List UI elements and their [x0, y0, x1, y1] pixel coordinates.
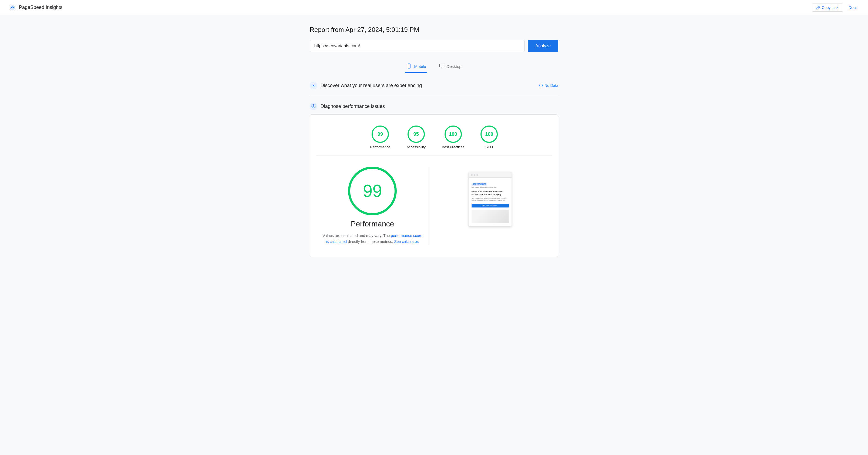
- tab-mobile-label: Mobile: [414, 64, 426, 69]
- performance-circle: 99: [372, 125, 389, 143]
- analyze-button[interactable]: Analyze: [528, 40, 558, 52]
- see-calculator-link[interactable]: See calculator.: [394, 239, 419, 244]
- big-performance-circle: 99: [348, 167, 397, 215]
- seo-circle: 100: [480, 125, 498, 143]
- screenshot-cta: Sign Up for Early Access →: [471, 204, 509, 207]
- svg-point-1: [13, 6, 14, 7]
- screenshot-brand: SEOVARIANTS: [471, 182, 487, 186]
- screenshot-image: [471, 210, 509, 223]
- performance-value: 99: [377, 132, 383, 137]
- desc-prefix: Values are estimated and may vary. The: [322, 233, 390, 238]
- info-icon: [539, 84, 543, 87]
- dot1: [471, 174, 473, 176]
- url-input[interactable]: [310, 40, 525, 52]
- desktop-icon: [439, 63, 444, 69]
- seo-label: SEO: [485, 145, 493, 149]
- best-practices-circle: 100: [444, 125, 462, 143]
- dot2: [474, 174, 475, 176]
- performance-label: Performance: [370, 145, 390, 149]
- svg-point-7: [313, 84, 314, 85]
- big-performance-desc: Values are estimated and may vary. The p…: [322, 233, 423, 245]
- mini-score-best-practices[interactable]: 100 Best Practices: [442, 125, 464, 149]
- big-performance-value: 99: [363, 181, 382, 201]
- mini-score-accessibility[interactable]: 95 Accessibility: [406, 125, 426, 149]
- screenshot-badge: New — Early Access Program Now Open: [471, 187, 509, 188]
- dot3: [476, 174, 478, 176]
- accessibility-circle: 95: [407, 125, 425, 143]
- mini-score-seo[interactable]: 100 SEO: [480, 125, 498, 149]
- header-actions: Copy Link Docs: [812, 3, 859, 11]
- link-icon: [816, 6, 820, 9]
- tab-mobile[interactable]: Mobile: [405, 61, 427, 73]
- docs-button[interactable]: Docs: [846, 4, 859, 11]
- copy-link-button[interactable]: Copy Link: [812, 3, 843, 11]
- mobile-icon: [406, 63, 412, 69]
- desc-middle: directly from these metrics.: [348, 239, 394, 244]
- copy-link-label: Copy Link: [822, 5, 839, 10]
- big-performance-title: Performance: [351, 220, 394, 228]
- tab-desktop-label: Desktop: [447, 64, 462, 69]
- no-data-indicator: No Data: [539, 83, 558, 88]
- main-content: Report from Apr 27, 2024, 5:01:19 PM Ana…: [304, 15, 564, 268]
- pagespeed-logo-icon: [9, 4, 16, 11]
- diagnose-icon: [310, 103, 317, 110]
- screenshot-body: SEOVARIANTS New — Early Access Program N…: [469, 178, 512, 226]
- best-practices-label: Best Practices: [442, 145, 464, 149]
- score-card: 99 Performance 95 Accessibility 100 Best…: [310, 114, 558, 257]
- url-bar: Analyze: [310, 40, 558, 52]
- real-users-icon: [310, 82, 317, 89]
- logo-container: PageSpeed Insights: [9, 4, 62, 11]
- real-users-section-header: Discover what your real users are experi…: [310, 82, 558, 89]
- diagnose-section-header: Diagnose performance issues: [310, 103, 558, 110]
- best-practices-value: 100: [449, 132, 457, 137]
- big-score-right: SEOVARIANTS New — Early Access Program N…: [434, 167, 547, 232]
- accessibility-label: Accessibility: [406, 145, 426, 149]
- accessibility-value: 95: [413, 132, 419, 137]
- svg-rect-4: [439, 64, 444, 67]
- browser-bar: [469, 172, 512, 178]
- big-score-left: 99 Performance Values are estimated and …: [322, 167, 423, 245]
- device-tabs: Mobile Desktop: [310, 61, 558, 73]
- seo-value: 100: [485, 132, 493, 137]
- diagnose-title: Diagnose performance issues: [320, 104, 385, 109]
- app-title: PageSpeed Insights: [19, 5, 62, 10]
- mini-score-performance[interactable]: 99 Performance: [370, 125, 390, 149]
- screenshot-body-text: SEO Variants helps Shopify merchants inc…: [471, 197, 509, 202]
- real-users-title: Discover what your real users are experi…: [320, 83, 422, 88]
- report-date: Report from Apr 27, 2024, 5:01:19 PM: [310, 26, 558, 33]
- section-divider: [310, 96, 558, 96]
- tab-desktop[interactable]: Desktop: [438, 61, 463, 73]
- no-data-label: No Data: [545, 83, 558, 88]
- big-score-section: 99 Performance Values are estimated and …: [316, 156, 552, 250]
- site-screenshot: SEOVARIANTS New — Early Access Program N…: [469, 172, 512, 227]
- header: PageSpeed Insights Copy Link Docs: [0, 0, 868, 15]
- vertical-divider: [429, 167, 429, 245]
- screenshot-headline: Grow Your Sales With Flexible Product Va…: [471, 190, 509, 196]
- mini-scores-row: 99 Performance 95 Accessibility 100 Best…: [316, 121, 552, 156]
